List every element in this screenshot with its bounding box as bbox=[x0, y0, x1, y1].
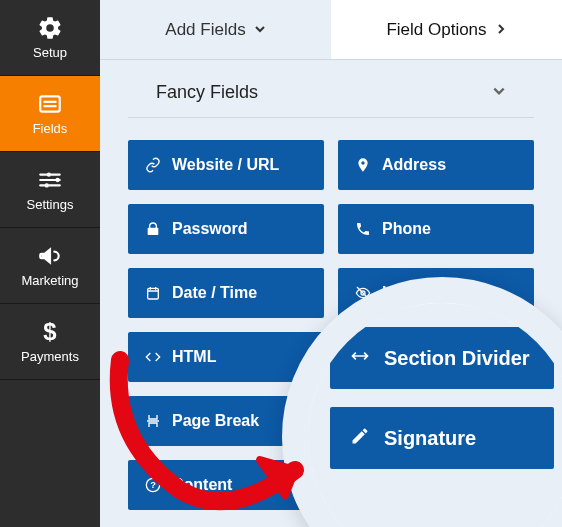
field-label: Signature bbox=[384, 427, 476, 450]
sidebar-item-setup[interactable]: Setup bbox=[0, 0, 100, 76]
sidebar-item-settings[interactable]: Settings bbox=[0, 152, 100, 228]
tabs: Add Fields Field Options bbox=[100, 0, 562, 60]
megaphone-icon bbox=[37, 243, 63, 269]
gear-icon bbox=[37, 15, 63, 41]
chevron-down-icon bbox=[254, 20, 266, 40]
field-password[interactable]: Password bbox=[128, 204, 324, 254]
svg-text:?: ? bbox=[150, 480, 156, 490]
sidebar-label: Payments bbox=[21, 349, 79, 364]
lock-icon bbox=[144, 220, 162, 238]
svg-point-3 bbox=[47, 172, 51, 176]
tab-field-options[interactable]: Field Options bbox=[331, 0, 562, 59]
field-address[interactable]: Address bbox=[338, 140, 534, 190]
sidebar-item-payments[interactable]: $ Payments bbox=[0, 304, 100, 380]
sidebar-label: Setup bbox=[33, 45, 67, 60]
section-header[interactable]: Fancy Fields bbox=[128, 60, 534, 118]
field-label: Phone bbox=[382, 220, 431, 238]
svg-point-4 bbox=[55, 178, 59, 182]
zoom-sectiondivider[interactable]: Section Divider bbox=[330, 327, 554, 389]
svg-rect-0 bbox=[40, 96, 60, 111]
field-label: Page Break bbox=[172, 412, 259, 430]
field-label: HTML bbox=[172, 348, 216, 366]
sliders-icon bbox=[37, 167, 63, 193]
sidebar-label: Settings bbox=[27, 197, 74, 212]
phone-icon bbox=[354, 220, 372, 238]
tab-add-fields[interactable]: Add Fields bbox=[100, 0, 331, 59]
svg-point-5 bbox=[45, 183, 49, 187]
sidebar-item-marketing[interactable]: Marketing bbox=[0, 228, 100, 304]
chevron-right-icon bbox=[495, 20, 507, 40]
help-icon: ? bbox=[144, 476, 162, 494]
code-icon bbox=[144, 348, 162, 366]
divider-icon bbox=[350, 346, 370, 371]
section-title: Fancy Fields bbox=[156, 82, 258, 103]
pagebreak-icon bbox=[144, 412, 162, 430]
svg-rect-2 bbox=[44, 105, 57, 107]
field-datetime[interactable]: Date / Time bbox=[128, 268, 324, 318]
svg-text:$: $ bbox=[43, 319, 56, 345]
dollar-icon: $ bbox=[37, 319, 63, 345]
field-website[interactable]: Website / URL bbox=[128, 140, 324, 190]
svg-rect-7 bbox=[148, 288, 159, 299]
map-pin-icon bbox=[354, 156, 372, 174]
field-label: Section Divider bbox=[384, 347, 530, 370]
field-label: Website / URL bbox=[172, 156, 279, 174]
calendar-icon bbox=[144, 284, 162, 302]
field-label: Address bbox=[382, 156, 446, 174]
form-icon bbox=[37, 91, 63, 117]
sidebar-item-fields[interactable]: Fields bbox=[0, 76, 100, 152]
field-phone[interactable]: Phone bbox=[338, 204, 534, 254]
sidebar-label: Fields bbox=[33, 121, 68, 136]
zoom-signature[interactable]: Signature bbox=[330, 407, 554, 469]
link-icon bbox=[144, 156, 162, 174]
chevron-down-icon bbox=[492, 84, 506, 102]
sidebar: Setup Fields Settings Marketing $ Paymen… bbox=[0, 0, 100, 527]
svg-rect-1 bbox=[44, 101, 57, 103]
pencil-icon bbox=[350, 426, 370, 451]
field-label: Date / Time bbox=[172, 284, 257, 302]
tab-label: Field Options bbox=[386, 20, 486, 40]
field-label: Content bbox=[172, 476, 232, 494]
tab-label: Add Fields bbox=[165, 20, 245, 40]
sidebar-label: Marketing bbox=[21, 273, 78, 288]
field-label: Password bbox=[172, 220, 248, 238]
